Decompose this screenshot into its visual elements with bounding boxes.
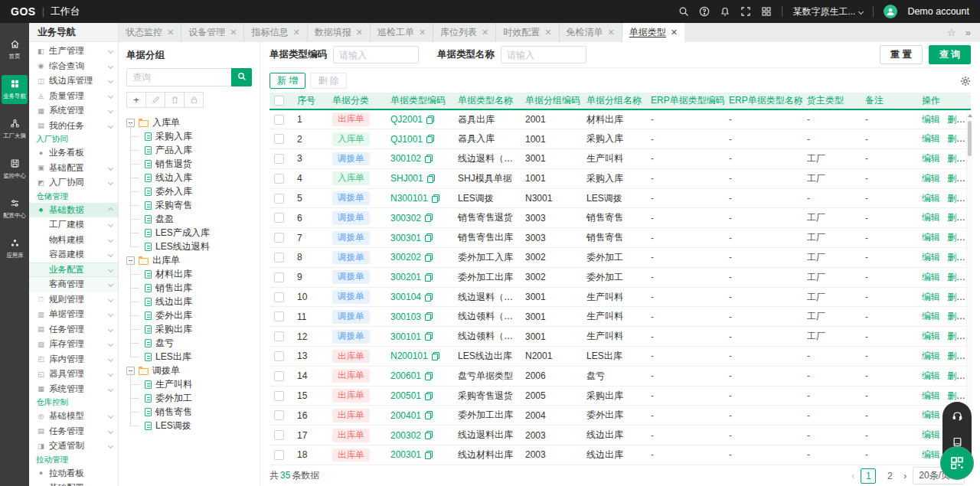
copy-icon[interactable]: [425, 214, 433, 222]
tree-leaf[interactable]: 线边入库: [126, 171, 252, 184]
rail-item-link[interactable]: 首页: [2, 35, 28, 64]
delete-link[interactable]: 删除: [947, 292, 965, 302]
row-checkbox[interactable]: [274, 154, 284, 164]
sidebar-item[interactable]: ▤任务管理: [29, 424, 118, 439]
select-all-checkbox[interactable]: [274, 96, 284, 106]
star-icon[interactable]: ☆: [947, 27, 956, 38]
row-checkbox[interactable]: [274, 351, 284, 361]
edit-link[interactable]: 编辑: [922, 409, 940, 420]
tab[interactable]: 巡检工单✕: [371, 23, 433, 42]
delete-link[interactable]: 删除: [947, 153, 965, 164]
tree-folder-row[interactable]: 入库单: [126, 116, 252, 129]
sidebar-item[interactable]: ▦系统管理: [29, 382, 118, 397]
sidebar-item[interactable]: ♣基础数据: [29, 203, 118, 218]
prev-page-icon[interactable]: ‹: [851, 471, 854, 481]
rail-item-active[interactable]: 业务导航: [2, 75, 28, 104]
delete-link[interactable]: 删除: [947, 252, 965, 263]
tree-search-input[interactable]: [126, 68, 231, 86]
close-icon[interactable]: ✕: [419, 28, 426, 37]
copy-icon[interactable]: [425, 431, 433, 439]
copy-icon[interactable]: [425, 372, 433, 380]
next-page-icon[interactable]: ›: [903, 471, 906, 481]
edit-link[interactable]: 编辑: [922, 272, 940, 282]
tab[interactable]: 免检清单✕: [560, 23, 622, 42]
sidebar-item[interactable]: ◩入厂协同: [29, 175, 118, 191]
tree-leaf[interactable]: 采购出库: [126, 322, 252, 336]
row-checkbox[interactable]: [274, 292, 284, 302]
edit-link[interactable]: 编辑: [922, 351, 940, 361]
row-checkbox[interactable]: [274, 174, 284, 184]
row-checkbox[interactable]: [274, 430, 284, 440]
tree-leaf[interactable]: 委外加工: [126, 391, 252, 405]
row-checkbox[interactable]: [274, 311, 284, 321]
tree-leaf[interactable]: LES调拨: [126, 419, 252, 432]
delete-link[interactable]: 删除: [947, 331, 965, 341]
row-checkbox[interactable]: [274, 331, 284, 341]
delete-link[interactable]: 删除: [947, 114, 965, 125]
rail-item-link[interactable]: 工厂大脑: [2, 115, 28, 144]
close-icon[interactable]: ✕: [167, 28, 174, 37]
sidebar-item[interactable]: ◉综合查询: [29, 59, 118, 74]
copy-icon[interactable]: [425, 253, 433, 262]
sidebar-item[interactable]: ▦系统管理: [29, 103, 118, 119]
tree-leaf[interactable]: 线边出库: [126, 295, 252, 308]
copy-icon[interactable]: [425, 411, 433, 419]
sidebar-item[interactable]: 工厂建模: [29, 217, 118, 233]
row-checkbox[interactable]: [274, 391, 284, 401]
row-checkbox[interactable]: [274, 194, 284, 204]
copy-icon[interactable]: [426, 135, 434, 143]
sidebar-item[interactable]: ◨交通管制: [29, 439, 118, 454]
tree-leaf[interactable]: LES出库: [126, 350, 252, 364]
delete-link[interactable]: 删除: [947, 272, 965, 282]
copy-icon[interactable]: [432, 194, 439, 203]
copy-icon[interactable]: [425, 451, 433, 459]
grid-icon[interactable]: [761, 6, 772, 17]
page-button-1[interactable]: 1: [861, 468, 876, 484]
sidebar-item[interactable]: 物料建模: [29, 233, 118, 248]
close-icon[interactable]: ✕: [482, 28, 488, 37]
tree-search-button[interactable]: [231, 68, 252, 86]
delete-link[interactable]: 删除: [947, 390, 965, 401]
copy-icon[interactable]: [425, 293, 433, 302]
row-checkbox[interactable]: [274, 410, 284, 420]
row-checkbox[interactable]: [274, 115, 284, 125]
close-icon[interactable]: ✕: [356, 28, 363, 37]
copy-icon[interactable]: [432, 352, 439, 360]
delete-link[interactable]: 删除: [947, 370, 965, 381]
delete-link[interactable]: 删除: [947, 311, 965, 321]
close-icon[interactable]: ✕: [292, 28, 299, 37]
edit-link[interactable]: 编辑: [922, 114, 940, 125]
edit-link[interactable]: 编辑: [922, 232, 940, 243]
qr-code-icon[interactable]: [940, 446, 974, 480]
edit-link[interactable]: 编辑: [922, 311, 940, 321]
tab[interactable]: 设备管理✕: [181, 23, 244, 42]
sidebar-item[interactable]: ▣基础配置: [29, 161, 118, 176]
tree-leaf[interactable]: 采购入库: [126, 129, 252, 143]
edit-link[interactable]: 编辑: [922, 331, 940, 341]
help-icon[interactable]: [699, 6, 710, 17]
edit-link[interactable]: 编辑: [922, 449, 940, 460]
fullscreen-icon[interactable]: [740, 6, 751, 17]
edit-link[interactable]: 编辑: [922, 292, 940, 302]
tree-leaf[interactable]: LES产成入库: [126, 226, 252, 240]
copy-icon[interactable]: [425, 392, 433, 400]
sidebar-item[interactable]: ▤我的任务: [29, 119, 118, 134]
edit-link[interactable]: 编辑: [922, 429, 940, 440]
scroll-up-icon[interactable]: [968, 114, 972, 117]
delete-link[interactable]: 删除: [947, 173, 965, 184]
delete-link[interactable]: 删除: [947, 212, 965, 223]
tree-leaf[interactable]: LES线边退料: [126, 240, 252, 253]
sidebar-item[interactable]: ◰库内管理: [29, 352, 118, 367]
row-checkbox[interactable]: [274, 253, 284, 263]
delete-link[interactable]: 删除: [947, 351, 965, 361]
copy-icon[interactable]: [425, 332, 433, 341]
delete-icon[interactable]: [165, 92, 185, 108]
tree-leaf[interactable]: 盘亏: [126, 336, 252, 350]
copy-icon[interactable]: [426, 116, 434, 124]
doc-type-name-input[interactable]: [501, 46, 586, 64]
tree-folder-row[interactable]: 调拨单: [126, 364, 252, 377]
sidebar-item[interactable]: ◫线边库管理: [29, 73, 118, 89]
reset-button[interactable]: 重 置: [880, 45, 922, 64]
account-name[interactable]: Demo account: [907, 6, 969, 17]
add-button[interactable]: 新 增: [270, 73, 305, 89]
